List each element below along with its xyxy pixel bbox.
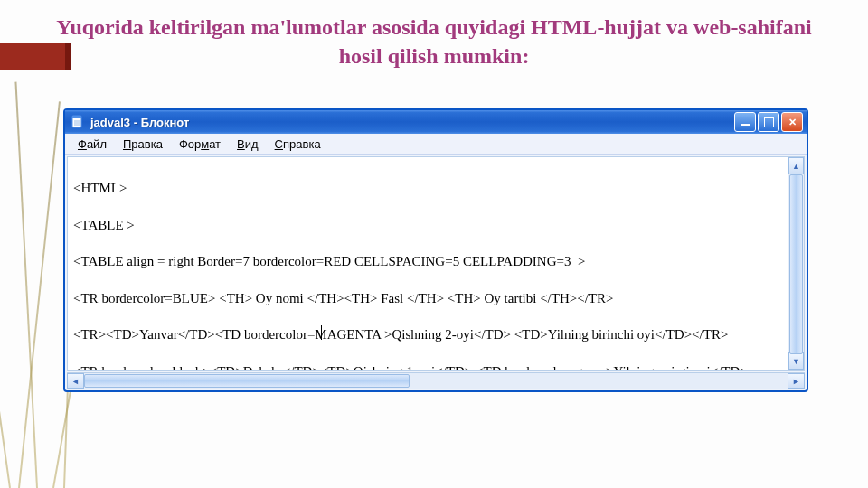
editor-area: <HTML> <TABLE > <TABLE align = right Bor… (67, 156, 805, 371)
scroll-right-button[interactable]: ► (788, 373, 805, 389)
decoration-line (14, 82, 38, 488)
svg-rect-1 (72, 116, 81, 118)
menu-view[interactable]: Вид (230, 136, 266, 153)
scroll-up-button[interactable]: ▲ (788, 157, 804, 174)
scroll-left-button[interactable]: ◄ (67, 373, 84, 389)
menu-file[interactable]: Файл (71, 136, 114, 153)
menu-help[interactable]: Справка (268, 136, 328, 153)
menu-edit[interactable]: Правка (116, 136, 170, 153)
scroll-track[interactable] (788, 174, 804, 352)
slide-title: Yuqorida keltirilgan ma'lumotlar asosida… (54, 13, 814, 71)
close-button[interactable]: ✕ (781, 112, 803, 132)
decoration-line (18, 101, 61, 488)
menu-bar: Файл Правка Формат Вид Справка (65, 134, 807, 155)
code-line: <TR bordercolor=black><TD>Dekabr</TD><TD… (73, 362, 782, 370)
notepad-icon (71, 115, 85, 129)
window-title: jadval3 - Блокнот (90, 116, 732, 129)
code-line: <TR><TD>Yanvar</TD><TD bordercolor=MAGEN… (73, 325, 782, 343)
text-cursor (321, 325, 322, 340)
menu-format[interactable]: Формат (172, 136, 228, 153)
code-line: <TR bordercolor=BLUE> <TH> Oy nomi </TH>… (73, 289, 782, 307)
scroll-thumb[interactable] (84, 374, 410, 388)
horizontal-scrollbar[interactable]: ◄ ► (67, 372, 805, 389)
code-line: <TABLE align = right Border=7 bordercolo… (73, 252, 782, 270)
scroll-thumb[interactable] (789, 174, 803, 354)
code-line: <TABLE > (73, 216, 782, 234)
text-editor[interactable]: <HTML> <TABLE > <TABLE align = right Bor… (68, 157, 788, 370)
scroll-track[interactable] (84, 373, 788, 389)
notepad-window: jadval3 - Блокнот ✕ Файл Правка Формат В… (63, 108, 808, 392)
titlebar[interactable]: jadval3 - Блокнот ✕ (65, 110, 807, 134)
minimize-button[interactable] (734, 112, 756, 132)
decoration-line (0, 183, 11, 488)
vertical-scrollbar[interactable]: ▲ ▼ (788, 157, 804, 370)
code-line: <HTML> (73, 179, 782, 197)
scroll-down-button[interactable]: ▼ (788, 352, 804, 370)
maximize-button[interactable] (758, 112, 779, 132)
